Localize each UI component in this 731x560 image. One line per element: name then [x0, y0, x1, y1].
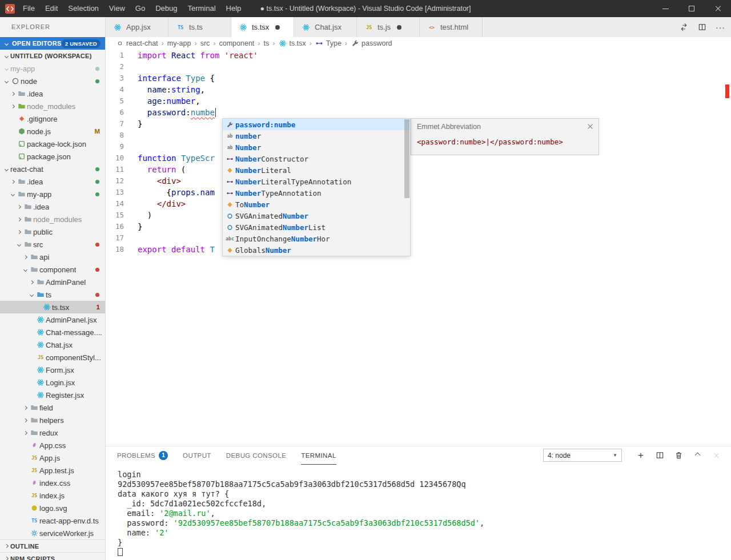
sidebar-section-outline[interactable]: OUTLINE [0, 539, 105, 552]
tree-item-app-js[interactable]: JSApp.js [0, 452, 105, 464]
line-number[interactable]: 12 [106, 175, 124, 187]
tree-item-helpers[interactable]: helpers [0, 414, 105, 426]
tree-item-field[interactable]: field [0, 401, 105, 414]
workspace-header[interactable]: UNTITLED (WORKSPACE) [0, 50, 105, 62]
close-window-button[interactable] [705, 0, 731, 17]
breadcrumb-my-app[interactable]: my-app [167, 39, 191, 47]
tree-item-node-js[interactable]: node.jsM [0, 125, 105, 138]
breadcrumb-password[interactable]: password [351, 39, 392, 48]
sidebar-section-npm-scripts[interactable]: NPM SCRIPTS [0, 552, 105, 560]
line-number[interactable]: 6 [106, 107, 124, 118]
tree-item-ts-tsx[interactable]: ts.tsx1 [0, 301, 105, 313]
maximize-button[interactable] [678, 0, 705, 17]
suggest-scrollbar[interactable] [404, 119, 409, 198]
terminal-select[interactable]: 4: node ▼ [543, 449, 622, 462]
breadcrumb-ts-tsx[interactable]: ts.tsx [278, 39, 306, 48]
code-line-18[interactable]: 18export default T [106, 244, 731, 255]
tree-item-login-jsx[interactable]: Login.jsx [0, 376, 105, 389]
tree-item-chat-message[interactable]: Chat-message.... [0, 326, 105, 339]
code-line-15[interactable]: 15 ) [106, 210, 731, 221]
line-number[interactable]: 11 [106, 164, 124, 175]
panel-tab-terminal[interactable]: TERMINAL [301, 446, 336, 465]
menu-go[interactable]: Go [130, 0, 150, 17]
tree-item-package-json[interactable]: package.json [0, 150, 105, 163]
code-line-5[interactable]: 5 age:number, [106, 95, 731, 107]
menu-edit[interactable]: Edit [40, 0, 63, 17]
line-number[interactable]: 4 [106, 84, 124, 95]
suggestion-number[interactable]: abNumber [223, 142, 410, 153]
line-number[interactable]: 8 [106, 130, 124, 141]
close-panel-icon[interactable] [712, 451, 721, 460]
split-editor-icon[interactable] [697, 23, 706, 32]
tree-item-my-app[interactable]: my-app [0, 188, 105, 200]
breadcrumb-react-chat[interactable]: react-chat [115, 39, 158, 48]
tree-item-register-jsx[interactable]: Register.jsx [0, 389, 105, 401]
code-line-12[interactable]: 12 <div> [106, 175, 731, 187]
suggestion-tonumber[interactable]: ToNumber [223, 199, 410, 210]
tree-item-adminpanel-jsx[interactable]: AdminPanel.jsx [0, 313, 105, 326]
tree-item-serviceworker-js[interactable]: serviceWorker.js [0, 527, 105, 539]
tree-item-index-js[interactable]: JSindex.js [0, 489, 105, 502]
code-line-2[interactable]: 2 [106, 61, 731, 72]
code-line-6[interactable]: 6 password:numbe [106, 107, 731, 118]
tab-test-html[interactable]: <>test.html [420, 17, 483, 37]
line-number[interactable]: 17 [106, 232, 124, 244]
line-number[interactable]: 10 [106, 152, 124, 164]
open-editors-header[interactable]: OPEN EDITORS 2 UNSAVED [0, 37, 105, 50]
code-line-17[interactable]: 17 [106, 232, 731, 244]
tree-item-redux[interactable]: redux [0, 426, 105, 439]
breadcrumb-type[interactable]: Type [315, 39, 342, 48]
suggestion-number[interactable]: abnumber [223, 130, 410, 142]
line-number[interactable]: 18 [106, 244, 124, 255]
suggestion-inputonchangenumberhor[interactable]: abcInputOnchangeNumberHor [223, 233, 410, 244]
close-icon[interactable] [587, 123, 593, 130]
tree-item-node-modules[interactable]: node_modules [0, 213, 105, 225]
code-line-14[interactable]: 14 </div> [106, 198, 731, 210]
tree-item-idea[interactable]: .idea [0, 200, 105, 213]
menu-help[interactable]: Help [221, 0, 247, 17]
kill-terminal-trash-icon[interactable] [674, 451, 683, 460]
suggestion-svganimatednumberlist[interactable]: SVGAnimatedNumberList [223, 221, 410, 233]
menu-terminal[interactable]: Terminal [182, 0, 220, 17]
tree-item-idea[interactable]: .idea [0, 87, 105, 100]
code-line-4[interactable]: 4 name:string, [106, 84, 731, 95]
suggestion-password-numbe[interactable]: password:numbe [223, 119, 410, 130]
panel-tab-output[interactable]: OUTPUT [183, 446, 211, 465]
tab-ts-ts[interactable]: TSts.ts [168, 17, 231, 37]
suggestion-numberconstructor[interactable]: NumberConstructor [223, 153, 410, 164]
line-number[interactable]: 5 [106, 95, 124, 107]
line-number[interactable]: 3 [106, 72, 124, 84]
breadcrumb-src[interactable]: src [200, 39, 210, 47]
suggestion-numberliteraltypeannotation[interactable]: NumberLiteralTypeAnnotation [223, 176, 410, 187]
line-number[interactable]: 1 [106, 50, 124, 61]
code-line-11[interactable]: 11 return ( [106, 164, 731, 175]
minimize-button[interactable] [652, 0, 678, 17]
tree-item-src[interactable]: src [0, 238, 105, 251]
suggestion-globalsnumber[interactable]: GlobalsNumber [223, 244, 410, 256]
line-number[interactable]: 14 [106, 198, 124, 210]
tree-item-logo-svg[interactable]: logo.svg [0, 502, 105, 514]
code-line-16[interactable]: 16} [106, 221, 731, 232]
tree-item-app-test-js[interactable]: JSApp.test.js [0, 464, 105, 477]
tree-item-componentstyl[interactable]: JScomponentStyl... [0, 351, 105, 364]
menu-selection[interactable]: Selection [63, 0, 103, 17]
open-changes-icon[interactable] [679, 23, 688, 32]
line-number[interactable]: 7 [106, 118, 124, 130]
suggestion-numbertypeannotation[interactable]: NumberTypeAnnotation [223, 187, 410, 199]
panel-tab-debug-console[interactable]: DEBUG CONSOLE [226, 446, 287, 465]
line-number[interactable]: 9 [106, 141, 124, 152]
tree-item-react-app-env-d-ts[interactable]: TSreact-app-env.d.ts [0, 514, 105, 527]
tree-item-node-modules[interactable]: node_modules [0, 100, 105, 112]
code-line-3[interactable]: 3interface Type { [106, 72, 731, 84]
menu-file[interactable]: File [18, 0, 40, 17]
more-actions-icon[interactable]: ··· [716, 23, 725, 32]
tree-item-idea[interactable]: .idea [0, 175, 105, 188]
tab-ts-js[interactable]: JSts.js [357, 17, 420, 37]
tree-item-package-lock-json[interactable]: package-lock.json [0, 138, 105, 150]
code-line-13[interactable]: 13 {props.nam [106, 187, 731, 198]
tree-item-chat-jsx[interactable]: Chat.jsx [0, 339, 105, 351]
suggestion-numberliteral[interactable]: NumberLiteral [223, 164, 410, 176]
panel-tab-problems[interactable]: PROBLEMS1 [117, 446, 168, 465]
menu-view[interactable]: View [104, 0, 130, 17]
tab-ts-tsx[interactable]: ts.tsx [231, 17, 294, 37]
